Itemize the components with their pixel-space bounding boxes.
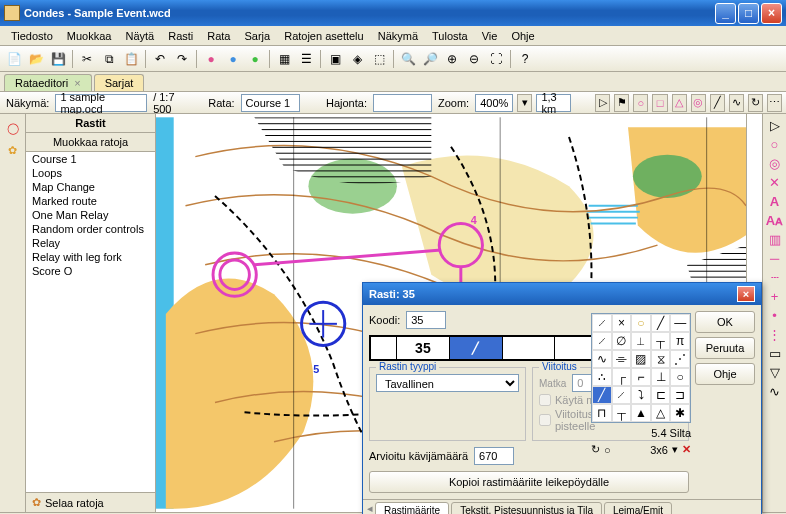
copy-icon[interactable]: ⧉: [99, 49, 119, 69]
rt-plus-icon[interactable]: +: [765, 287, 785, 305]
save-icon[interactable]: 💾: [48, 49, 68, 69]
sym-cell[interactable]: ⟋: [592, 332, 612, 350]
list-item[interactable]: Loops: [26, 166, 155, 180]
rt-hatch-icon[interactable]: ▥: [765, 230, 785, 248]
rt-expand-icon[interactable]: ✕: [765, 173, 785, 191]
dlgtab-punch[interactable]: Leima/Emit: [604, 502, 672, 514]
cancel-button[interactable]: Peruuta: [695, 337, 755, 359]
dialog-close-icon[interactable]: ×: [737, 286, 755, 302]
rt-text-icon[interactable]: A: [765, 192, 785, 210]
tool3-icon[interactable]: ⬚: [369, 49, 389, 69]
list-item[interactable]: Map Change: [26, 180, 155, 194]
rt-line-icon[interactable]: ─: [765, 249, 785, 267]
curve-tool-icon[interactable]: ∿: [729, 94, 744, 112]
symstrip-code[interactable]: 35: [397, 337, 450, 359]
menu-class[interactable]: Sarja: [238, 28, 278, 44]
dialog-titlebar[interactable]: Rasti: 35 ×: [363, 283, 761, 305]
tab-classes[interactable]: Sarjat: [94, 74, 145, 91]
sym-cell[interactable]: ✱: [670, 404, 690, 422]
zoom-step-icon[interactable]: ▾: [517, 94, 532, 112]
sym-cell[interactable]: ⟋: [612, 386, 632, 404]
symstrip-cell-blank[interactable]: [371, 337, 397, 359]
spread-field[interactable]: [373, 94, 432, 112]
menu-file[interactable]: Tiedosto: [4, 28, 60, 44]
zoom1-icon[interactable]: ⊕: [442, 49, 462, 69]
menu-view[interactable]: Näytä: [118, 28, 161, 44]
help-button[interactable]: Ohje: [695, 363, 755, 385]
square-tool-icon[interactable]: □: [652, 94, 667, 112]
sym-cell[interactable]: ▲: [631, 404, 651, 422]
mapfile-field[interactable]: 1 sample map.ocd: [55, 94, 147, 112]
sym-cell[interactable]: ○: [631, 314, 651, 332]
symstrip-cell[interactable]: [503, 337, 556, 359]
misc-tool-icon[interactable]: ⋯: [767, 94, 782, 112]
sym-cell[interactable]: ┌: [612, 368, 632, 386]
rotate-icon[interactable]: ↻: [591, 443, 600, 456]
tab-close-icon[interactable]: ×: [74, 77, 80, 89]
sym-cell[interactable]: △: [651, 404, 671, 422]
undo-icon[interactable]: ↶: [150, 49, 170, 69]
flag-tool-icon[interactable]: ⚑: [614, 94, 629, 112]
sym-cell[interactable]: ∅: [612, 332, 632, 350]
minimize-button[interactable]: _: [715, 3, 736, 24]
dbl-tool-icon[interactable]: ◎: [691, 94, 706, 112]
menu-control[interactable]: Rasti: [161, 28, 200, 44]
sym-cell[interactable]: ∿: [592, 350, 612, 368]
list-item[interactable]: Relay: [26, 236, 155, 250]
sym-cell[interactable]: ⧖: [651, 350, 671, 368]
list-item[interactable]: Relay with leg fork: [26, 250, 155, 264]
list-item[interactable]: One Man Relay: [26, 208, 155, 222]
color1-icon[interactable]: ●: [201, 49, 221, 69]
menu-print[interactable]: Tulosta: [425, 28, 475, 44]
menu-viewmenu[interactable]: Näkymä: [371, 28, 425, 44]
edit-courses-header[interactable]: Muokkaa ratoja: [26, 133, 155, 152]
line-tool-icon[interactable]: ╱: [710, 94, 725, 112]
sym-cell[interactable]: ╱: [651, 314, 671, 332]
course-field[interactable]: Course 1: [241, 94, 300, 112]
list-item[interactable]: Marked route: [26, 194, 155, 208]
sym-cell[interactable]: ⊏: [651, 386, 671, 404]
sym-cell[interactable]: ○: [670, 368, 690, 386]
triangle-tool-icon[interactable]: △: [672, 94, 687, 112]
type-select[interactable]: Tavallinen: [376, 374, 519, 392]
circle-tool-icon[interactable]: ○: [633, 94, 648, 112]
dlgtab-texts[interactable]: Tekstit, Pistesuunnistus ja Tila: [451, 502, 602, 514]
list-icon[interactable]: ☰: [296, 49, 316, 69]
rt-misc-icon[interactable]: ⋮: [765, 325, 785, 343]
code-input[interactable]: [406, 311, 446, 329]
sym-cell-selected[interactable]: ╱: [592, 386, 612, 404]
rt-curve-icon[interactable]: ∿: [765, 382, 785, 400]
paste-icon[interactable]: 📋: [121, 49, 141, 69]
tiny-circle-icon[interactable]: ○: [604, 444, 611, 456]
new-icon[interactable]: 📄: [4, 49, 24, 69]
sym-cell[interactable]: ⊐: [670, 386, 690, 404]
sym-cell[interactable]: π: [670, 332, 690, 350]
sym-cell[interactable]: ⌯: [612, 350, 632, 368]
rt-circle-icon[interactable]: ○: [765, 135, 785, 153]
est-input[interactable]: [474, 447, 514, 465]
tab-editor[interactable]: Rataeditori×: [4, 74, 92, 91]
symstrip-selected[interactable]: ╱: [450, 337, 503, 359]
sym-cell[interactable]: ⌐: [631, 368, 651, 386]
rt-boldtext-icon[interactable]: Aᴀ: [765, 211, 785, 229]
grid-delete-icon[interactable]: ✕: [682, 443, 691, 456]
sidegear-icon[interactable]: ✿: [3, 140, 23, 160]
sym-cell[interactable]: ┬: [651, 332, 671, 350]
color2-icon[interactable]: ●: [223, 49, 243, 69]
sym-cell[interactable]: ▨: [631, 350, 651, 368]
grid-icon[interactable]: ▦: [274, 49, 294, 69]
sym-cell[interactable]: ⟋: [592, 314, 612, 332]
rt-select-icon[interactable]: ▷: [765, 116, 785, 134]
grid-dim-stepper-icon[interactable]: ▾: [672, 443, 678, 456]
pointer-tool-icon[interactable]: ▷: [595, 94, 610, 112]
dlgtab-definition[interactable]: Rastimäärite: [375, 502, 449, 514]
menu-edit[interactable]: Muokkaa: [60, 28, 119, 44]
maximize-button[interactable]: □: [738, 3, 759, 24]
menu-help[interactable]: Ohje: [504, 28, 541, 44]
sym-cell[interactable]: ⤵: [631, 386, 651, 404]
sym-cell[interactable]: ⊓: [592, 404, 612, 422]
rt-dash-icon[interactable]: ┄: [765, 268, 785, 286]
copy-button[interactable]: Kopioi rastimääriite leikepöydälle: [369, 471, 689, 493]
refresh-tool-icon[interactable]: ↻: [748, 94, 763, 112]
list-item[interactable]: Course 1: [26, 152, 155, 166]
